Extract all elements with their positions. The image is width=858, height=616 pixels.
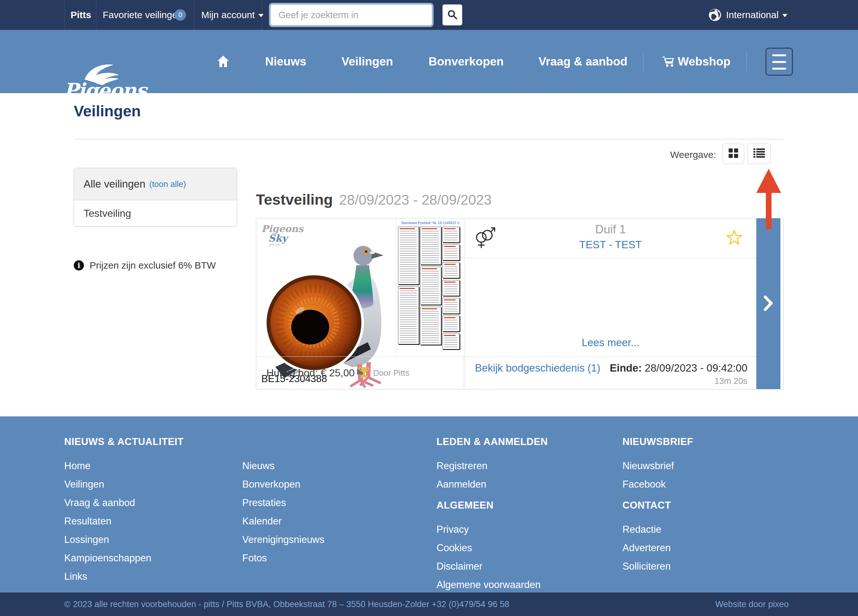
footer-heading-nieuwsbrief: NIEUWSBRIEF [622, 436, 693, 448]
footer-heading-contact: CONTACT [622, 500, 671, 511]
vat-note: i Prijzen zijn exclusief 6% BTW [74, 260, 216, 271]
bid-value: € 25,00 [321, 367, 355, 379]
favorite-star-icon[interactable] [726, 230, 742, 246]
current-bid: Huidig bod: € 25,00 Door Pitts [256, 357, 465, 389]
language-menu[interactable]: International [726, 0, 787, 30]
bid-label: Huidig bod: [266, 367, 318, 379]
footer-link-kalender[interactable]: Kalender [242, 515, 282, 527]
pedigree-box [443, 334, 460, 349]
show-all-link[interactable]: (toon alle) [149, 179, 186, 189]
watermark-sky: Sky [268, 234, 303, 243]
pedigree-title: Stamkaart Postduif: NL 18-1145922 V [396, 218, 465, 225]
expand-lot-button[interactable] [756, 218, 780, 389]
divider [746, 52, 747, 71]
footer-link-cookies[interactable]: Cookies [437, 542, 472, 554]
end-label: Einde: [610, 362, 642, 374]
brand-link[interactable]: Pitts [71, 0, 91, 30]
end-time: Einde: 28/09/2023 - 09:42:00 [610, 362, 748, 374]
pedigree-box [443, 316, 460, 332]
copyright-text: © 2023 alle rechten voorbehouden - pitts… [64, 593, 509, 616]
footer-link-redactie[interactable]: Redactie [622, 524, 661, 535]
footer-heading-algemeen: ALGEMEEN [437, 500, 494, 511]
pedigree-card[interactable]: Stamkaart Postduif: NL 18-1145922 V [396, 218, 465, 356]
pedigree-box [443, 227, 460, 242]
divider [74, 139, 783, 140]
footer-link-facebook[interactable]: Facebook [622, 479, 666, 490]
pedigree-box [398, 227, 419, 284]
nav-item-veilingen[interactable]: Veilingen [341, 30, 393, 93]
nav-item-vraag-aanbod[interactable]: Vraag & aanbod [538, 30, 628, 93]
cart-icon [662, 56, 675, 69]
hamburger-bar [772, 54, 786, 56]
hamburger-bar [772, 68, 786, 70]
lot-lineage-link[interactable]: TEST - TEST [465, 239, 756, 251]
divider [643, 52, 644, 71]
footer-link-prestaties[interactable]: Prestaties [242, 497, 286, 509]
footer-link-vraag-aanbod[interactable]: Vraag & aanbod [64, 497, 135, 509]
lot-name: Duif 1 [465, 223, 756, 236]
list-view-button[interactable] [748, 144, 771, 164]
footer-link-home[interactable]: Home [64, 460, 90, 472]
pedigree-box [420, 267, 441, 305]
pedigree-box [443, 280, 460, 296]
chevron-down-icon [258, 14, 264, 17]
watermark-pigeons: Pigeons [261, 224, 303, 234]
footer-link-disclaimer[interactable]: Disclaimer [437, 561, 483, 572]
search-icon [447, 9, 458, 21]
view-mode-label: Weergave: [670, 149, 716, 160]
footer-link-bonverkopen[interactable]: Bonverkopen [242, 479, 300, 490]
account-menu[interactable]: Mijn account [201, 0, 264, 30]
footer-link-verenigingsnieuws[interactable]: Verenigingsnieuws [242, 534, 325, 545]
nav-item-nieuws[interactable]: Nieuws [265, 30, 306, 93]
page: Pitts Favoriete veilingen 0 Mijn account… [0, 0, 858, 616]
footer-link-kampioenschappen[interactable]: Kampioenschappen [64, 552, 151, 564]
search-button[interactable] [443, 5, 462, 25]
sidebar-item-testveiling[interactable]: Testveiling [74, 200, 237, 226]
auction-heading: Testveiling 28/09/2023 - 28/09/2023 [256, 191, 492, 208]
footer-heading-nieuws-actualiteit: NIEUWS & ACTUALITEIT [64, 436, 184, 448]
grid-view-icon [728, 148, 739, 160]
footer-link-resultaten[interactable]: Resultaten [64, 515, 111, 527]
footer-link-nieuwsbrief[interactable]: Nieuwsbrief [622, 460, 674, 472]
footer-link-lossingen[interactable]: Lossingen [64, 534, 109, 545]
pedigree-box [443, 244, 460, 260]
footer-link-solliciteren[interactable]: Solliciteren [622, 561, 671, 572]
footer-link-algemene-voorwaarden[interactable]: Algemene voorwaarden [437, 579, 541, 591]
chevron-right-icon [763, 295, 773, 312]
footer-link-fotos[interactable]: Fotos [242, 552, 267, 564]
info-icon: i [74, 260, 84, 270]
bid-history-link[interactable]: Bekijk bodgeschiedenis (1) [475, 362, 600, 374]
search-input[interactable] [270, 5, 432, 25]
nav-item-bonverkopen[interactable]: Bonverkopen [429, 30, 504, 93]
account-menu-label: Mijn account [201, 9, 255, 20]
divider [96, 0, 96, 30]
auction-lot-card: Pigeons Sky pitts.be BE15-2304388 Stamka… [256, 218, 783, 389]
footer-link-nieuws[interactable]: Nieuws [242, 460, 275, 472]
sidebar-item-all-auctions[interactable]: Alle veilingen (toon alle) [74, 168, 237, 200]
favorites-link[interactable]: Favoriete veilingen [103, 0, 183, 30]
nav-item-webshop[interactable]: Webshop [678, 30, 731, 93]
main-navigation: Pigeons into the Sky Nieuws Veilingen Bo… [0, 30, 858, 93]
footer-link-registreren[interactable]: Registreren [437, 460, 487, 472]
hamburger-menu-button[interactable] [765, 48, 793, 76]
page-title: Veilingen [74, 102, 141, 120]
pedigree-box [443, 298, 460, 314]
globe-icon [708, 8, 722, 23]
pedigree-boxes [396, 225, 465, 349]
home-icon[interactable] [216, 55, 230, 70]
footer-link-privacy[interactable]: Privacy [437, 524, 469, 535]
lot-header: Duif 1 TEST - TEST [465, 218, 756, 258]
divider [465, 258, 756, 258]
footer-link-links[interactable]: Links [64, 571, 87, 582]
auction-filter-list: Alle veilingen (toon alle) Testveiling [74, 168, 237, 227]
list-view-icon [753, 148, 765, 160]
bottom-bar: © 2023 alle rechten voorbehouden - pitts… [0, 593, 858, 616]
read-more-link[interactable]: Lees meer... [465, 337, 756, 349]
website-credit-link[interactable]: Website door pixeo [715, 593, 789, 616]
grid-view-button[interactable] [723, 144, 744, 164]
footer-link-aanmelden[interactable]: Aanmelden [437, 479, 487, 490]
footer-link-veilingen[interactable]: Veilingen [64, 479, 104, 490]
footer-link-adverteren[interactable]: Adverteren [622, 542, 671, 554]
auction-title: Testveiling [256, 191, 333, 208]
hamburger-bar [772, 61, 786, 63]
